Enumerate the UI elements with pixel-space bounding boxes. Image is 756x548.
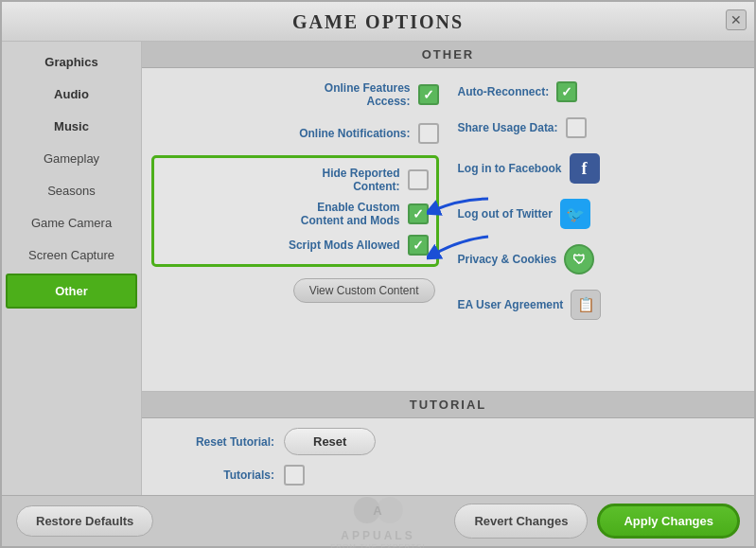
content-area: Other Online FeaturesAccess: ✓ Online No… xyxy=(142,42,754,495)
privacy-icon[interactable]: 🛡 xyxy=(564,244,594,274)
ea-agreement-row: EA User Agreement 📋 xyxy=(458,286,746,324)
share-usage-checkbox[interactable] xyxy=(566,117,587,138)
online-features-label: Online FeaturesAccess: xyxy=(325,81,411,108)
online-notifications-row: Online Notifications: xyxy=(151,119,439,148)
script-mods-checkbox[interactable]: ✓ xyxy=(408,235,429,256)
online-notifications-label: Online Notifications: xyxy=(299,127,410,140)
tutorials-label: Tutorials: xyxy=(161,468,274,482)
tutorial-header: Tutorial xyxy=(142,392,754,418)
sidebar-item-gameplay[interactable]: Gameplay xyxy=(2,143,141,175)
custom-content-label: Enable CustomContent and Mods xyxy=(301,201,400,227)
sidebar-item-game-camera[interactable]: Game Camera xyxy=(2,207,141,239)
right-buttons: Revert Changes Apply Changes xyxy=(454,504,740,539)
sidebar-item-other[interactable]: Other xyxy=(6,274,137,309)
facebook-label: Log in to Facebook xyxy=(458,162,562,175)
close-button[interactable]: ✕ xyxy=(726,9,747,30)
other-section-header: Other xyxy=(142,42,754,68)
options-grid: Online FeaturesAccess: ✓ Online Notifica… xyxy=(142,68,754,391)
facebook-icon[interactable]: f xyxy=(570,153,600,184)
tutorial-content: Reset Tutorial: Reset Tutorials: xyxy=(142,418,754,495)
reset-tutorial-row: Reset Tutorial: Reset xyxy=(161,428,735,455)
auto-reconnect-row: Auto-Reconnect: ✓ xyxy=(458,78,746,106)
share-usage-row: Share Usage Data: xyxy=(458,114,746,142)
hide-reported-row: Hide ReportedContent: xyxy=(162,163,429,197)
sidebar: Graphics Audio Music Gameplay Seasons Ga… xyxy=(2,42,142,495)
auto-reconnect-checkbox[interactable]: ✓ xyxy=(556,81,577,102)
custom-content-checkbox[interactable]: ✓ xyxy=(408,203,429,224)
tutorial-section: Tutorial Reset Tutorial: Reset Tutorials… xyxy=(142,391,754,495)
title-bar: Game Options ✕ xyxy=(2,2,754,42)
privacy-label: Privacy & Cookies xyxy=(458,253,557,266)
facebook-row: Log in to Facebook f xyxy=(458,150,746,187)
reset-button[interactable]: Reset xyxy=(284,428,376,455)
script-mods-label: Script Mods Allowed xyxy=(289,239,400,252)
twitter-row: Log out of Twitter 🐦 xyxy=(458,195,746,233)
watermark: A APPUALS FROM THE EXPERTS! xyxy=(330,491,425,548)
sidebar-item-audio[interactable]: Audio xyxy=(2,79,141,111)
auto-reconnect-label: Auto-Reconnect: xyxy=(458,85,550,98)
tutorials-row: Tutorials: xyxy=(161,465,735,486)
view-custom-content-button[interactable]: View Custom Content xyxy=(293,278,435,303)
reset-tutorial-label: Reset Tutorial: xyxy=(161,435,274,449)
twitter-icon[interactable]: 🐦 xyxy=(560,199,590,229)
svg-text:A: A xyxy=(373,504,383,518)
window-title: Game Options xyxy=(30,11,726,33)
online-notifications-checkbox[interactable] xyxy=(418,123,439,144)
apply-changes-button[interactable]: Apply Changes xyxy=(597,504,740,539)
options-left: Online FeaturesAccess: ✓ Online Notifica… xyxy=(151,78,439,381)
share-usage-label: Share Usage Data: xyxy=(458,121,558,134)
main-layout: Graphics Audio Music Gameplay Seasons Ga… xyxy=(2,42,754,495)
watermark-text: APPUALS xyxy=(330,529,425,542)
online-features-row: Online FeaturesAccess: ✓ xyxy=(151,78,439,112)
watermark-logo: A xyxy=(330,491,425,529)
game-options-window: Game Options ✕ Graphics Audio Music Game… xyxy=(0,0,756,548)
tutorials-checkbox[interactable] xyxy=(284,465,305,486)
revert-changes-button[interactable]: Revert Changes xyxy=(454,504,588,539)
sidebar-item-music[interactable]: Music xyxy=(2,111,141,143)
script-mods-row: Script Mods Allowed ✓ xyxy=(162,231,429,259)
restore-defaults-button[interactable]: Restore Defaults xyxy=(16,505,153,537)
bottom-bar: Restore Defaults A APPUALS FROM THE EXPE… xyxy=(2,495,754,546)
close-icon: ✕ xyxy=(730,12,742,27)
sidebar-item-seasons[interactable]: Seasons xyxy=(2,175,141,207)
privacy-row: Privacy & Cookies 🛡 xyxy=(458,240,746,278)
hide-reported-label: Hide ReportedContent: xyxy=(322,167,399,193)
sidebar-item-graphics[interactable]: Graphics xyxy=(2,46,141,79)
twitter-label: Log out of Twitter xyxy=(458,207,553,221)
ea-agreement-icon[interactable]: 📋 xyxy=(571,290,601,320)
custom-content-row: Enable CustomContent and Mods ✓ xyxy=(162,197,429,231)
options-right: Auto-Reconnect: ✓ Share Usage Data: Log … xyxy=(448,78,746,381)
sidebar-item-screen-capture[interactable]: Screen Capture xyxy=(2,239,141,272)
ea-agreement-label: EA User Agreement xyxy=(458,298,564,311)
custom-content-highlight: Hide ReportedContent: Enable CustomConte… xyxy=(151,155,439,267)
online-features-checkbox[interactable]: ✓ xyxy=(418,84,439,105)
hide-reported-checkbox[interactable] xyxy=(408,169,429,190)
watermark-subtext: FROM THE EXPERTS! xyxy=(330,542,425,548)
